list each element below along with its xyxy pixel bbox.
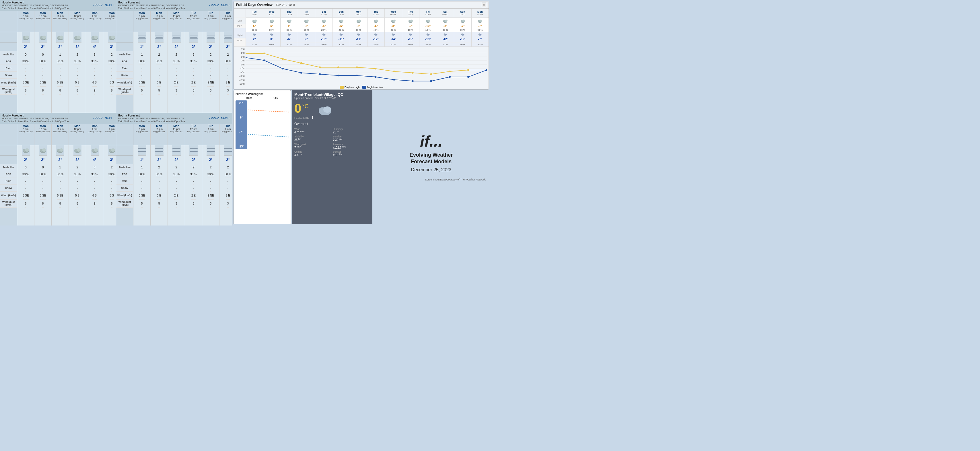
feels-cell-0: 0 bbox=[25, 51, 26, 58]
forecast-col-0: Mon 9 am Mainly cloudy 2°030 %--5 SE8 bbox=[17, 124, 34, 226]
snow-cell-4: - bbox=[94, 72, 95, 79]
chart-wrapper: 9°C 6°C 3°C 0°C -3°C -6°C -9°C -12°C -15… bbox=[235, 48, 487, 85]
svg-point-227 bbox=[300, 62, 302, 64]
fourteen-day-title: Full 14 Days Overview bbox=[236, 3, 272, 7]
icon-cell-1 bbox=[155, 32, 164, 43]
forecast-col-2: Mon 11 am Mainly cloudy 2°130 %--5 SE8 bbox=[52, 124, 69, 226]
historic-months: DEC JAN bbox=[235, 97, 289, 100]
feels-cell-5: 2 bbox=[111, 164, 113, 171]
cw-feels-label: FEELS LIKE -1 bbox=[294, 116, 313, 120]
fd-day-pop-5: 20 % bbox=[333, 28, 350, 32]
fd-night-icon-6 bbox=[350, 32, 367, 36]
fd-night-pop-7: 30 % bbox=[368, 43, 385, 46]
label-windgust-2: Wind gust (km/h) bbox=[116, 87, 133, 95]
forecast-date-4: MONDAY, DECEMBER 25 - THURSDAY, DECEMBER… bbox=[118, 117, 185, 120]
fd-col-header-4: Sat12/30 bbox=[315, 9, 332, 18]
fd-row-labels: Day POP Night POP bbox=[234, 9, 246, 46]
dec-low: -7° bbox=[236, 131, 247, 134]
pop-cell-1: 30 % bbox=[156, 171, 162, 178]
feels-cell-2: 1 bbox=[59, 164, 61, 171]
gust-cell-1: 5 bbox=[158, 87, 160, 95]
ceiling-detail: Ceiling 400 m bbox=[294, 150, 332, 157]
fd-night-icon-5 bbox=[333, 32, 350, 36]
historic-panel: Historic Averages: DEC JAN 25° 9° -7° -2… bbox=[234, 90, 291, 224]
icon-cell-3 bbox=[189, 32, 198, 43]
forecast-col-3: Mon 12 pm Mainly cloudy 3°230 %--5 S8 bbox=[69, 124, 86, 226]
temp-cell-0: 1° bbox=[140, 43, 143, 51]
forecast-col-3: Mon 12 pm Mainly cloudy 3°230 %--5 S8 bbox=[69, 11, 86, 113]
prev-btn-4[interactable]: ‹ PREV bbox=[209, 117, 219, 120]
fd-night-temp-13: -7° bbox=[472, 36, 489, 43]
icon-cell-4 bbox=[91, 32, 99, 43]
wind-cell-0: 3 SE bbox=[139, 79, 145, 87]
forecast-col-0: Mon 9 pm Fog patches 1°130 %--3 SE5 bbox=[134, 124, 151, 226]
historic-title: Historic Averages: bbox=[235, 92, 289, 96]
pop-cell-1: 30 % bbox=[40, 58, 46, 65]
svg-point-231 bbox=[374, 68, 376, 69]
temp-cell-2: 2° bbox=[174, 43, 178, 51]
next-btn-2[interactable]: NEXT › bbox=[221, 4, 231, 7]
label-snow: Snow bbox=[0, 72, 17, 79]
fd-icon-0 bbox=[246, 18, 263, 24]
svg-point-158 bbox=[288, 33, 290, 35]
fd-night-icon-0 bbox=[246, 32, 263, 36]
snow-cell-1: - bbox=[43, 72, 44, 79]
forecast-title-3: Hourly Forecast bbox=[2, 114, 69, 117]
prev-btn-3[interactable]: ‹ PREV bbox=[93, 117, 102, 120]
fd-col-1: Wed12/275°90 %0°90 % bbox=[263, 9, 281, 46]
wind-cell-5: 2 E bbox=[226, 192, 230, 200]
icon-cell-1 bbox=[155, 145, 164, 156]
condition-icon bbox=[317, 103, 334, 118]
wind-cell-3: 2 E bbox=[191, 79, 196, 87]
snow-cell-2: - bbox=[176, 72, 177, 79]
icon-cell-1 bbox=[39, 145, 47, 156]
snow-cell-1: - bbox=[159, 185, 160, 192]
wind-cell-0: 3 SE bbox=[139, 192, 145, 200]
fd-col-8: Wed01/03-8°60 %-14°60 % bbox=[385, 9, 402, 46]
label-rain: Rain bbox=[0, 65, 17, 72]
fd-icon-4 bbox=[315, 18, 332, 24]
svg-point-225 bbox=[263, 53, 265, 54]
rain-cell-1: - bbox=[43, 65, 44, 72]
humidity-detail: Humidity 91 % bbox=[333, 127, 370, 134]
rain-cell-0: - bbox=[25, 65, 26, 72]
rain-cell-1: - bbox=[43, 178, 44, 185]
snow-cell-0: - bbox=[142, 185, 143, 192]
legend-night: Nighttime low bbox=[362, 86, 383, 89]
pop-cell-1: 30 % bbox=[40, 171, 46, 178]
fd-day-pop-9: 10 % bbox=[402, 28, 419, 32]
rain-cell-4: - bbox=[94, 178, 95, 185]
snow-cell-5: - bbox=[111, 185, 113, 192]
wind-cell-1: 5 SE bbox=[40, 192, 46, 200]
forecast-rain-2: Rain Outlook: Less than 1 mm 9:00am Mon … bbox=[118, 7, 185, 10]
forecast-col-1: Mon 10 pm Fog patches 2°230 %--3 E5 bbox=[151, 11, 168, 113]
fd-night-pop-4: 10 % bbox=[315, 43, 332, 46]
forecast-date-1: MONDAY, DECEMBER 25 - THURSDAY, DECEMBER… bbox=[2, 4, 69, 7]
wind-cell-2: 2 E bbox=[174, 192, 178, 200]
prev-btn-1[interactable]: ‹ PREV bbox=[93, 4, 102, 7]
close-button[interactable]: × bbox=[482, 3, 486, 7]
snow-cell-2: - bbox=[60, 72, 61, 79]
fd-icon-11 bbox=[437, 18, 454, 24]
fd-icon-2 bbox=[281, 18, 298, 24]
rain-cell-4: - bbox=[210, 178, 212, 185]
gust-cell-1: 8 bbox=[42, 200, 44, 208]
gust-cell-4: 3 bbox=[210, 87, 212, 95]
bottom-section: Historic Averages: DEC JAN 25° 9° -7° -2… bbox=[234, 90, 489, 224]
rain-cell-3: - bbox=[193, 65, 194, 72]
svg-point-238 bbox=[246, 57, 247, 59]
gust-cell-3: 8 bbox=[76, 200, 78, 208]
icon-cell-2 bbox=[172, 145, 181, 156]
next-btn-4[interactable]: NEXT › bbox=[221, 117, 231, 120]
svg-point-196 bbox=[428, 19, 430, 22]
prev-btn-2[interactable]: ‹ PREV bbox=[209, 4, 219, 7]
wind-cell-5: 5 S bbox=[110, 192, 114, 200]
next-btn-1[interactable]: NEXT › bbox=[105, 4, 114, 7]
next-btn-3[interactable]: NEXT › bbox=[105, 117, 114, 120]
dec-lowest: -23° bbox=[236, 145, 247, 148]
gust-cell-0: 5 bbox=[141, 87, 143, 95]
svg-point-206 bbox=[462, 19, 465, 22]
bl-columns: Mon 9 am Mainly cloudy 2°030 %--5 SE8 Mo… bbox=[17, 124, 116, 226]
forecast-col-4: Mon 1 pm Mainly cloudy 4°330 %--6 S9 bbox=[86, 11, 103, 113]
svg-point-211 bbox=[479, 19, 482, 22]
